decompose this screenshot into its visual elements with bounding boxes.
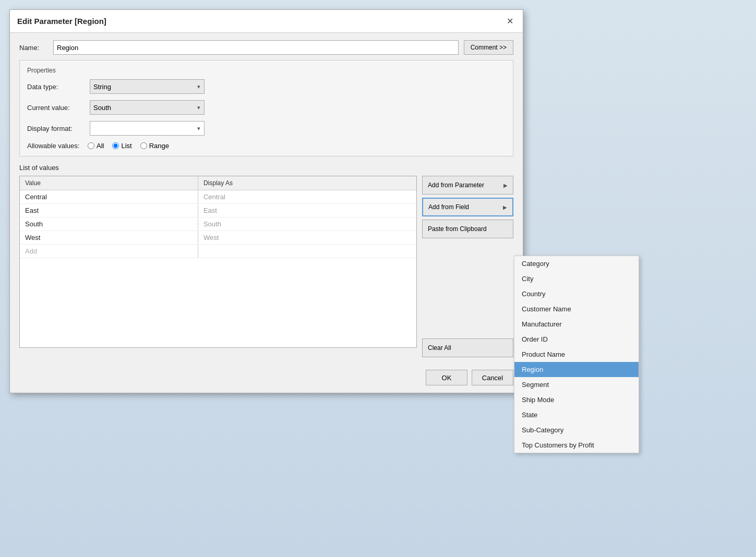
allowable-values-row: Allowable values: All List Range bbox=[27, 142, 506, 150]
display-cell: South bbox=[198, 217, 416, 231]
data-type-row: Data type: String bbox=[27, 79, 506, 94]
radio-all-label[interactable]: All bbox=[97, 142, 104, 150]
radio-list-item[interactable]: List bbox=[112, 142, 131, 150]
current-value-row: Current value: South bbox=[27, 100, 506, 115]
comment-button[interactable]: Comment >> bbox=[464, 40, 513, 55]
col-header-value: Value bbox=[20, 176, 198, 190]
list-of-values-title: List of values bbox=[19, 164, 513, 172]
radio-list[interactable] bbox=[112, 142, 119, 149]
close-button[interactable]: ✕ bbox=[504, 16, 515, 27]
display-cell: East bbox=[198, 204, 416, 217]
table-row[interactable]: West West bbox=[20, 231, 416, 245]
dropdown-menu-item[interactable]: State bbox=[514, 407, 639, 422]
clear-all-label: Clear All bbox=[428, 344, 451, 352]
dialog-titlebar: Edit Parameter [Region] ✕ bbox=[10, 10, 523, 33]
radio-list-label[interactable]: List bbox=[121, 142, 131, 150]
data-type-label: Data type: bbox=[27, 83, 85, 91]
table-row[interactable]: East East bbox=[20, 204, 416, 217]
value-cell: South bbox=[20, 217, 198, 231]
dialog-title: Edit Parameter [Region] bbox=[17, 17, 106, 26]
current-value-select-wrapper: South bbox=[90, 100, 205, 115]
allowable-values-label: Allowable values: bbox=[27, 142, 85, 150]
data-type-select[interactable]: String bbox=[90, 79, 205, 94]
properties-title: Properties bbox=[27, 67, 506, 74]
display-cell: West bbox=[198, 231, 416, 245]
display-format-wrapper bbox=[90, 121, 205, 136]
allowable-radio-group: All List Range bbox=[88, 142, 169, 150]
add-from-field-button[interactable]: Add from Field ▶ bbox=[422, 198, 513, 216]
dropdown-menu-item[interactable]: Customer Name bbox=[514, 301, 639, 317]
paste-from-clipboard-label: Paste from Clipboard bbox=[428, 225, 487, 233]
arrow-icon: ▶ bbox=[503, 183, 508, 188]
dropdown-menu-item[interactable]: Product Name bbox=[514, 347, 639, 362]
list-of-values-section: List of values Value Display As bbox=[19, 164, 513, 357]
dropdown-menu-item[interactable]: Sub-Category bbox=[514, 422, 639, 438]
add-from-parameter-button[interactable]: Add from Parameter ▶ bbox=[422, 176, 513, 195]
dropdown-menu-item[interactable]: Country bbox=[514, 286, 639, 301]
name-input[interactable] bbox=[53, 40, 459, 55]
radio-all-item[interactable]: All bbox=[88, 142, 104, 150]
edit-parameter-dialog: Edit Parameter [Region] ✕ Name: Comment … bbox=[9, 9, 523, 393]
dropdown-menu-item[interactable]: Segment bbox=[514, 377, 639, 392]
arrow-icon-2: ▶ bbox=[503, 204, 507, 210]
add-display-cell bbox=[198, 245, 416, 258]
list-buttons: Add from Parameter ▶ Add from Field ▶ Pa… bbox=[422, 176, 513, 357]
data-type-select-wrapper: String bbox=[90, 79, 205, 94]
ok-button[interactable]: OK bbox=[426, 370, 467, 385]
field-dropdown-menu: CategoryCityCountryCustomer NameManufact… bbox=[514, 256, 639, 453]
display-format-row: Display format: bbox=[27, 121, 506, 136]
properties-section: Properties Data type: String Current val… bbox=[19, 60, 513, 156]
paste-from-clipboard-button[interactable]: Paste from Clipboard bbox=[422, 220, 513, 238]
table-header-row: Value Display As bbox=[20, 176, 416, 190]
dialog-body: Name: Comment >> Properties Data type: S… bbox=[10, 33, 523, 365]
dropdown-menu-item[interactable]: Category bbox=[514, 256, 639, 271]
list-area: Value Display As Central Central East Ea… bbox=[19, 176, 513, 357]
col-header-display: Display As bbox=[198, 176, 416, 190]
spacer bbox=[422, 241, 513, 335]
display-format-input[interactable] bbox=[90, 121, 205, 136]
value-cell: Central bbox=[20, 190, 198, 204]
radio-range[interactable] bbox=[140, 142, 147, 149]
current-value-select[interactable]: South bbox=[90, 100, 205, 115]
name-label: Name: bbox=[19, 44, 48, 52]
dialog-footer: OK Cancel bbox=[10, 365, 523, 393]
add-cell[interactable]: Add bbox=[20, 245, 198, 258]
dropdown-menu-item[interactable]: Manufacturer bbox=[514, 317, 639, 332]
add-from-field-label: Add from Field bbox=[428, 203, 469, 211]
table-row[interactable]: South South bbox=[20, 217, 416, 231]
dropdown-menu-item[interactable]: Ship Mode bbox=[514, 392, 639, 407]
display-cell: Central bbox=[198, 190, 416, 204]
radio-all[interactable] bbox=[88, 142, 94, 149]
dropdown-menu-item[interactable]: Region bbox=[514, 362, 639, 377]
radio-range-item[interactable]: Range bbox=[140, 142, 169, 150]
radio-range-label[interactable]: Range bbox=[149, 142, 169, 150]
current-value-label: Current value: bbox=[27, 104, 85, 112]
display-format-label: Display format: bbox=[27, 125, 85, 132]
value-cell: West bbox=[20, 231, 198, 245]
list-table-container: Value Display As Central Central East Ea… bbox=[19, 176, 417, 348]
list-table: Value Display As Central Central East Ea… bbox=[20, 176, 416, 258]
clear-all-button[interactable]: Clear All bbox=[422, 338, 513, 357]
dropdown-menu-item[interactable]: City bbox=[514, 271, 639, 286]
dropdown-menu-item[interactable]: Top Customers by Profit bbox=[514, 438, 639, 453]
dropdown-menu-item[interactable]: Order ID bbox=[514, 332, 639, 347]
value-cell: East bbox=[20, 204, 198, 217]
cancel-button[interactable]: Cancel bbox=[472, 370, 513, 385]
add-from-parameter-label: Add from Parameter bbox=[428, 181, 484, 189]
name-row: Name: Comment >> bbox=[19, 40, 513, 55]
table-row[interactable]: Central Central bbox=[20, 190, 416, 204]
add-row[interactable]: Add bbox=[20, 245, 416, 258]
